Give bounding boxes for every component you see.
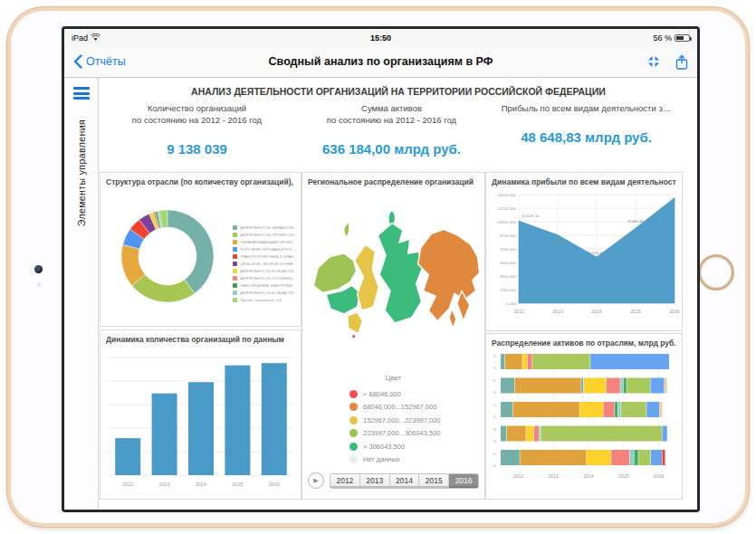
- svg-text:%: %: [493, 463, 496, 468]
- battery-icon: [675, 34, 690, 42]
- kpi-org-count: Количество организаций по состоянию на 2…: [100, 103, 294, 157]
- svg-text:2014: 2014: [196, 482, 206, 487]
- legend-chip: [233, 240, 237, 244]
- svg-text:%: %: [493, 378, 496, 383]
- svg-text:%: %: [493, 366, 496, 370]
- legend-item: ОБРАБАТЫВАЮЩИЕ ПРОИЗВ...: [233, 238, 298, 245]
- status-bar: iPad 15:50 56 %: [64, 29, 697, 46]
- year-button-2013[interactable]: 2013: [360, 474, 390, 488]
- year-button-2016[interactable]: 2016: [449, 474, 478, 488]
- svg-text:2012: 2012: [513, 473, 524, 479]
- map-legend-item: 152967,000...223997,000: [349, 414, 441, 427]
- menu-icon[interactable]: [73, 87, 90, 102]
- svg-text:%: %: [493, 439, 496, 443]
- ambient-sensor-icon: [37, 282, 42, 287]
- map-legend-item: Нет данных: [349, 453, 441, 467]
- wifi-icon: [91, 33, 100, 42]
- home-button[interactable]: [698, 254, 734, 291]
- industry-donut-chart[interactable]: [100, 191, 236, 325]
- map-legend-item: > 306043,500: [349, 440, 441, 453]
- battery-percent: 56 %: [653, 33, 672, 43]
- kpi-value: 48 648,83 млрд руб.: [489, 129, 684, 145]
- legend-chip: [233, 269, 237, 273]
- map-legend-label: < 68046,000: [363, 390, 401, 398]
- map-legend-item: 68046,000...152967,000: [349, 401, 441, 415]
- content-area: Элементы управления АНАЛИЗ ДЕЯТЕЛЬНОСТИ …: [64, 78, 697, 510]
- svg-text:%: %: [493, 403, 496, 407]
- map-region-sakhalin[interactable]: [449, 309, 456, 329]
- svg-text:5 955,60: 5 955,60: [589, 251, 605, 255]
- svg-text:2016: 2016: [269, 482, 280, 487]
- svg-text:2012: 2012: [513, 309, 524, 314]
- year-button-2014[interactable]: 2014: [390, 474, 420, 488]
- svg-text:0,000: 0,000: [506, 301, 517, 306]
- org-count-bar-chart[interactable]: 20122013201420152016: [100, 345, 301, 499]
- legend-item: ДЕЯТЕЛЬНОСТЬ ФИНАНСОВА...: [233, 224, 298, 231]
- play-button[interactable]: ▶: [308, 472, 324, 489]
- year-selector: 20122013201420152016: [330, 473, 479, 489]
- kpi-label: Сумма активов: [361, 103, 422, 113]
- map-legend-dot: [349, 390, 358, 398]
- year-controls: ▶ 20122013201420152016: [308, 472, 479, 490]
- map-region-south[interactable]: [348, 312, 363, 334]
- panel-title: Динамика количества организаций по данны…: [106, 335, 295, 344]
- page-title: Сводный анализ по организациям в РФ: [209, 55, 552, 68]
- legend-item: ТРАНСПОРТИРОВКА И ХРАНЕ...: [233, 253, 298, 260]
- map-legend-label: 68046,000...152967,000: [363, 403, 436, 411]
- svg-text:2016: 2016: [669, 309, 680, 314]
- legend-label: СЕЛЬСКОЕ, ЛЕСНОЕ ХОЗЯЙС...: [240, 262, 298, 266]
- svg-text:%: %: [493, 390, 496, 395]
- legend-label: ТРАНСПОРТИРОВКА И ХРАНЕ...: [240, 254, 298, 259]
- map-region-siberia[interactable]: [378, 223, 422, 322]
- kpi-value: 636 184,00 млрд руб.: [294, 141, 489, 157]
- panel-title: Динамика прибыли по всем видам деятельно…: [492, 177, 676, 186]
- map-legend-label: > 306043,500: [363, 443, 405, 451]
- profit-area-chart[interactable]: 14000,00012250,00010500,0008750,0007000,…: [486, 187, 682, 330]
- legend-chip: [233, 262, 237, 266]
- svg-text:8 795,47: 8 795,47: [550, 241, 566, 245]
- map-region-caucasus[interactable]: [351, 334, 356, 339]
- legend-item: ДЕЯТЕЛЬНОСТЬ ГОСТИНИЦ...: [233, 274, 298, 281]
- legend-chip: [233, 283, 237, 288]
- svg-text:10500,000: 10500,000: [497, 220, 516, 224]
- legend-label: ОБЕСПЕЧЕНИЕ ЭЛЕКТРИЧЕС...: [240, 283, 298, 288]
- map-region-far-east[interactable]: [418, 229, 480, 320]
- year-button-2015[interactable]: 2015: [419, 474, 449, 488]
- clock: 15:50: [180, 33, 581, 43]
- back-button[interactable]: Отчёты: [73, 54, 209, 69]
- controls-sidebar: Элементы управления: [64, 78, 99, 510]
- legend-label: Прочие (элементов: 10): [240, 298, 282, 302]
- panel-title: Структура отрасли (по количеству организ…: [106, 177, 295, 186]
- kpi-label-2: по состоянию на 2012 - 2016 год: [327, 115, 456, 125]
- panel-industry-structure: Структура отрасли (по количеству организ…: [100, 172, 301, 327]
- kpi-label: Прибыль по всем видам деятельности з…: [502, 103, 672, 113]
- legend-item: ТОРГОВЛЯ ОПТОВАЯ И РОЗН...: [233, 245, 298, 253]
- russia-choropleth-map[interactable]: [302, 189, 484, 372]
- collapse-fullscreen-icon[interactable]: [646, 54, 661, 69]
- kpi-value: 9 138 039: [100, 141, 294, 157]
- svg-text:2013: 2013: [552, 309, 563, 314]
- report-title: АНАЛИЗ ДЕЯТЕЛЬНОСТИ ОРГАНИЗАЦИЙ НА ТЕРРИ…: [100, 86, 697, 97]
- kpi-row: Количество организаций по состоянию на 2…: [100, 103, 684, 157]
- assets-stacked-bar-chart[interactable]: 20122013201420152016%%%%%%%%%%: [486, 348, 682, 499]
- svg-text:2013: 2013: [158, 482, 169, 487]
- page-background: iPad 15:50 56 %: [0, 0, 756, 534]
- svg-text:2015: 2015: [630, 309, 641, 314]
- svg-text:2013: 2013: [548, 473, 559, 479]
- map-legend: < 68046,00068046,000...152967,000152967,…: [349, 387, 441, 466]
- year-button-2012[interactable]: 2012: [330, 474, 360, 488]
- panel-title: Региональное распределение организаций: [308, 177, 479, 186]
- share-icon[interactable]: [675, 54, 688, 70]
- legend-chip: [233, 291, 237, 295]
- panel-title: Распределение активов по отраслям, млрд …: [492, 339, 676, 348]
- map-legend-label: 152967,000...223997,000: [363, 416, 441, 424]
- legend-item: ОБЕСПЕЧЕНИЕ ЭЛЕКТРИЧЕС...: [233, 281, 298, 289]
- svg-text:2014: 2014: [591, 309, 602, 314]
- panel-org-dynamics: Динамика количества организаций по данны…: [100, 329, 301, 500]
- legend-item: ДЕЯТЕЛЬНОСТЬ В ОБЛАСТИ...: [233, 267, 298, 274]
- sidebar-vertical-label: Элементы управления: [76, 119, 87, 226]
- map-region-nw-sliver[interactable]: [344, 223, 349, 236]
- legend-label: ДЕЯТЕЛЬНОСТЬ В ОБЛАСТИ...: [240, 269, 297, 273]
- svg-text:%: %: [493, 354, 496, 358]
- kpi-profit: Прибыль по всем видам деятельности з… 48…: [489, 103, 684, 157]
